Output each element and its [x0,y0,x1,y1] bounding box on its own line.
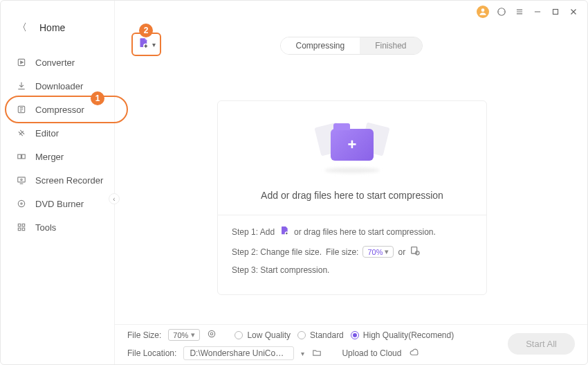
filesize-label: File Size: [127,330,161,340]
drop-zone[interactable]: + Add or drag files here to start compre… [217,100,487,295]
sidebar-item-label: Screen Recorder [35,175,103,186]
status-tabs: Compressing Finished [279,37,422,55]
sidebar-item-dvd-burner[interactable]: DVD Burner [1,192,114,215]
sidebar-item-label: Tools [35,222,56,233]
menu-icon[interactable] [514,6,525,17]
sidebar-item-editor[interactable]: Editor [1,121,114,145]
step2-prefix: Step 2: Change file size. [232,247,322,257]
svg-point-25 [416,251,419,255]
open-folder-icon[interactable] [311,348,322,359]
svg-rect-21 [22,228,25,231]
svg-rect-6 [553,10,558,15]
step3-text: Step 3: Start compression. [232,265,329,275]
svg-rect-18 [18,224,21,226]
sidebar-item-label: Compressor [35,105,84,115]
sidebar-item-label: Converter [35,57,75,68]
start-all-button[interactable]: Start All [508,333,575,355]
callout-badge-2: 2 [139,24,153,37]
step1-suffix: or drag files here to start compression. [294,227,436,237]
step2-or: or [398,247,405,257]
dvd-burner-icon [16,198,27,209]
minimize-button[interactable] [532,6,543,17]
dropzone-message: Add or drag files here to start compress… [218,181,486,215]
back-label: Home [39,22,65,33]
sidebar-item-label: Editor [35,128,59,139]
quality-low-option[interactable]: Low Quality [235,330,291,340]
svg-rect-19 [22,224,25,226]
tab-compressing[interactable]: Compressing [280,37,360,54]
main-panel: ▾ Compressing Finished + Add or drag fil… [115,23,587,364]
step2-filesize-label: File size: [326,247,358,257]
location-label: File Location: [127,348,176,358]
svg-point-0 [481,8,485,12]
sidebar-item-label: Downloader [35,81,83,91]
svg-rect-11 [18,106,24,112]
svg-point-17 [21,203,22,204]
add-file-icon-small [279,225,290,238]
svg-rect-14 [18,177,26,182]
svg-point-16 [18,200,24,206]
sidebar-item-converter[interactable]: Converter [1,51,114,74]
bottom-bar: File Size: 70%▾ Low Quality Standard Hig… [115,324,587,364]
step1-prefix: Step 1: Add [232,227,275,237]
screen-recorder-icon [16,175,27,186]
quality-standard-option[interactable]: Standard [297,330,344,340]
tools-icon [16,222,27,233]
svg-rect-13 [22,154,26,159]
compressor-icon [16,104,27,115]
folder-plus-icon: + [331,129,374,161]
cloud-icon[interactable] [408,348,421,359]
svg-point-15 [21,179,22,180]
upload-cloud-label: Upload to Cloud [342,348,401,358]
editor-icon [16,127,27,139]
support-icon[interactable] [496,6,507,17]
instruction-steps: Step 1: Add or drag files here to start … [218,215,486,275]
maximize-button[interactable] [550,6,561,17]
tab-finished[interactable]: Finished [360,37,421,54]
location-input[interactable]: D:\Wondershare UniConverter 1 [183,346,294,360]
sidebar-item-label: DVD Burner [35,199,84,209]
converter-icon [16,57,27,68]
svg-marker-10 [21,61,23,64]
chevron-down-icon: ▾ [152,41,156,48]
chevron-left-icon: 〈 [17,21,27,34]
preview-settings-icon[interactable] [207,329,217,341]
step2-percent-pill: 70%▾ [362,246,394,258]
sidebar-item-screen-recorder[interactable]: Screen Recorder [1,168,114,192]
add-file-icon [137,37,149,52]
svg-point-27 [211,332,214,335]
sidebar-item-tools[interactable]: Tools [1,215,114,239]
downloader-icon [16,80,27,91]
sidebar-item-label: Merger [35,152,64,162]
close-button[interactable] [568,6,579,17]
back-home[interactable]: 〈 Home [1,1,114,51]
quality-high-option[interactable]: High Quality(Recomend) [351,330,454,340]
location-dropdown-icon[interactable]: ▾ [301,350,304,357]
svg-rect-20 [18,228,21,231]
sidebar: 〈 Home Converter Downloader Compressor E… [1,1,115,364]
svg-rect-12 [18,154,21,159]
settings-icon [410,245,421,258]
callout-badge-1: 1 [91,91,104,105]
user-avatar[interactable] [477,6,489,18]
sidebar-item-merger[interactable]: Merger [1,145,114,168]
merger-icon [16,151,27,162]
dropzone-illustration: + [218,101,486,181]
svg-point-26 [209,330,215,337]
filesize-select[interactable]: 70%▾ [168,329,200,341]
